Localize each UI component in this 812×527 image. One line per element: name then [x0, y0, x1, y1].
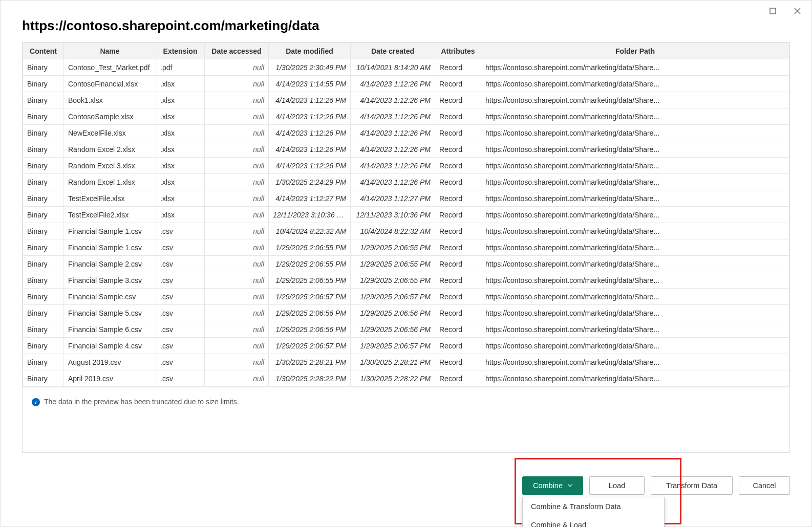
cancel-button[interactable]: Cancel [739, 476, 790, 495]
col-date-modified[interactable]: Date modified [269, 43, 351, 59]
col-date-created[interactable]: Date created [351, 43, 435, 59]
cell-content: Binary [23, 59, 64, 76]
combine-transform-item[interactable]: Combine & Transform Data [523, 497, 664, 516]
table-row[interactable]: BinaryContosoSample.xlsx.xlsxnull4/14/20… [23, 108, 789, 125]
cell-attrs: Record [435, 338, 481, 354]
table-row[interactable]: BinaryFinancial Sample 3.csv.csvnull1/29… [23, 272, 789, 289]
cell-accessed: null [205, 76, 269, 92]
cell-ext: .xlsx [156, 92, 205, 108]
cell-accessed: null [205, 305, 269, 321]
cell-path: https://contoso.sharepoint.com/marketing… [481, 321, 789, 338]
cell-modified: 1/30/2025 2:30:49 PM [269, 59, 351, 76]
cell-accessed: null [205, 370, 269, 387]
cell-accessed: null [205, 190, 269, 207]
cell-created: 12/11/2023 3:10:36 PM [351, 207, 435, 223]
cell-created: 4/14/2023 1:12:26 PM [351, 158, 435, 174]
cell-ext: .csv [156, 305, 205, 321]
table-row[interactable]: BinaryRandom Excel 2.xlsx.xlsxnull4/14/2… [23, 141, 789, 158]
table-row[interactable]: BinaryNewExcelFile.xlsx.xlsxnull4/14/202… [23, 125, 789, 141]
cell-ext: .xlsx [156, 190, 205, 207]
table-row[interactable]: BinaryAugust 2019.csv.csvnull1/30/2025 2… [23, 354, 789, 370]
table-row[interactable]: BinaryFinancial Sample 4.csv.csvnull1/29… [23, 338, 789, 354]
cell-path: https://contoso.sharepoint.com/marketing… [481, 158, 789, 174]
table-row[interactable]: BinaryFinancial Sample 5.csv.csvnull1/29… [23, 305, 789, 321]
cell-modified: 1/30/2025 2:28:21 PM [269, 354, 351, 370]
table-row[interactable]: BinaryRandom Excel 1.xlsx.xlsxnull1/30/2… [23, 174, 789, 190]
table-row[interactable]: BinaryContoso_Test_Market.pdf.pdfnull1/3… [23, 59, 789, 76]
cell-attrs: Record [435, 256, 481, 272]
table-row[interactable]: BinaryFinancial Sample.csv.csvnull1/29/2… [23, 289, 789, 305]
cell-modified: 4/14/2023 1:12:26 PM [269, 158, 351, 174]
cell-content: Binary [23, 370, 64, 387]
cell-created: 10/4/2024 8:22:32 AM [351, 223, 435, 239]
cell-ext: .csv [156, 223, 205, 239]
table-header-row: Content Name Extension Date accessed Dat… [23, 43, 789, 59]
cell-path: https://contoso.sharepoint.com/marketing… [481, 174, 789, 190]
cell-accessed: null [205, 108, 269, 125]
col-content[interactable]: Content [23, 43, 64, 59]
cell-content: Binary [23, 321, 64, 338]
col-name[interactable]: Name [64, 43, 156, 59]
note-text: The data in the preview has been truncat… [44, 398, 239, 406]
combine-load-item[interactable]: Combine & Load [523, 516, 664, 527]
table-row[interactable]: BinaryTestExcelFile.xlsx.xlsxnull4/14/20… [23, 190, 789, 207]
load-button[interactable]: Load [589, 476, 645, 495]
cell-path: https://contoso.sharepoint.com/marketing… [481, 239, 789, 256]
table-row[interactable]: BinaryFinancial Sample 1.csv.csvnull10/4… [23, 223, 789, 239]
cell-name: TestExcelFile.xlsx [64, 190, 156, 207]
cell-created: 1/29/2025 2:06:55 PM [351, 239, 435, 256]
cell-attrs: Record [435, 239, 481, 256]
cell-name: NewExcelFile.xlsx [64, 125, 156, 141]
maximize-icon[interactable] [766, 5, 779, 17]
info-icon: i [32, 398, 40, 406]
table-row[interactable]: BinaryFinancial Sample 2.csv.csvnull1/29… [23, 256, 789, 272]
cell-path: https://contoso.sharepoint.com/marketing… [481, 125, 789, 141]
cell-created: 1/29/2025 2:06:57 PM [351, 338, 435, 354]
cell-content: Binary [23, 92, 64, 108]
table-row[interactable]: BinaryFinancial Sample 1.csv.csvnull1/29… [23, 239, 789, 256]
cell-ext: .xlsx [156, 174, 205, 190]
col-attributes[interactable]: Attributes [435, 43, 481, 59]
cell-created: 1/29/2025 2:06:56 PM [351, 321, 435, 338]
cell-attrs: Record [435, 321, 481, 338]
close-icon[interactable] [791, 5, 803, 17]
cell-name: ContosoSample.xlsx [64, 108, 156, 125]
col-folder-path[interactable]: Folder Path [481, 43, 789, 59]
cell-created: 1/29/2025 2:06:57 PM [351, 289, 435, 305]
table-row[interactable]: BinaryFinancial Sample 6.csv.csvnull1/29… [23, 321, 789, 338]
cell-ext: .csv [156, 256, 205, 272]
col-extension[interactable]: Extension [156, 43, 205, 59]
cell-attrs: Record [435, 289, 481, 305]
table-row[interactable]: BinaryRandom Excel 3.xlsx.xlsxnull4/14/2… [23, 158, 789, 174]
cell-modified: 1/30/2025 2:28:22 PM [269, 370, 351, 387]
cell-path: https://contoso.sharepoint.com/marketing… [481, 256, 789, 272]
cell-attrs: Record [435, 190, 481, 207]
navigator-dialog: https://contoso.sharepoint.com/marketing… [0, 0, 812, 527]
cell-ext: .csv [156, 338, 205, 354]
col-date-accessed[interactable]: Date accessed [205, 43, 269, 59]
cell-attrs: Record [435, 207, 481, 223]
cell-accessed: null [205, 59, 269, 76]
cell-attrs: Record [435, 59, 481, 76]
table-row[interactable]: BinaryBook1.xlsx.xlsxnull4/14/2023 1:12:… [23, 92, 789, 108]
cell-created: 1/29/2025 2:06:55 PM [351, 272, 435, 289]
cell-path: https://contoso.sharepoint.com/marketing… [481, 108, 789, 125]
cell-accessed: null [205, 141, 269, 158]
table-row[interactable]: BinaryTestExcelFile2.xlsx.xlsxnull12/11/… [23, 207, 789, 223]
cell-path: https://contoso.sharepoint.com/marketing… [481, 59, 789, 76]
cell-accessed: null [205, 223, 269, 239]
cell-path: https://contoso.sharepoint.com/marketing… [481, 223, 789, 239]
cell-accessed: null [205, 207, 269, 223]
cell-name: Financial Sample 3.csv [64, 272, 156, 289]
table-row[interactable]: BinaryContosoFinancial.xlsx.xlsxnull4/14… [23, 76, 789, 92]
transform-data-button[interactable]: Transform Data [651, 476, 733, 495]
table-row[interactable]: BinaryApril 2019.csv.csvnull1/30/2025 2:… [23, 370, 789, 387]
cell-content: Binary [23, 174, 64, 190]
cell-accessed: null [205, 321, 269, 338]
combine-button[interactable]: Combine [522, 476, 583, 495]
cell-attrs: Record [435, 92, 481, 108]
cell-content: Binary [23, 338, 64, 354]
cell-name: Random Excel 1.xlsx [64, 174, 156, 190]
cell-attrs: Record [435, 305, 481, 321]
cell-created: 4/14/2023 1:12:26 PM [351, 92, 435, 108]
